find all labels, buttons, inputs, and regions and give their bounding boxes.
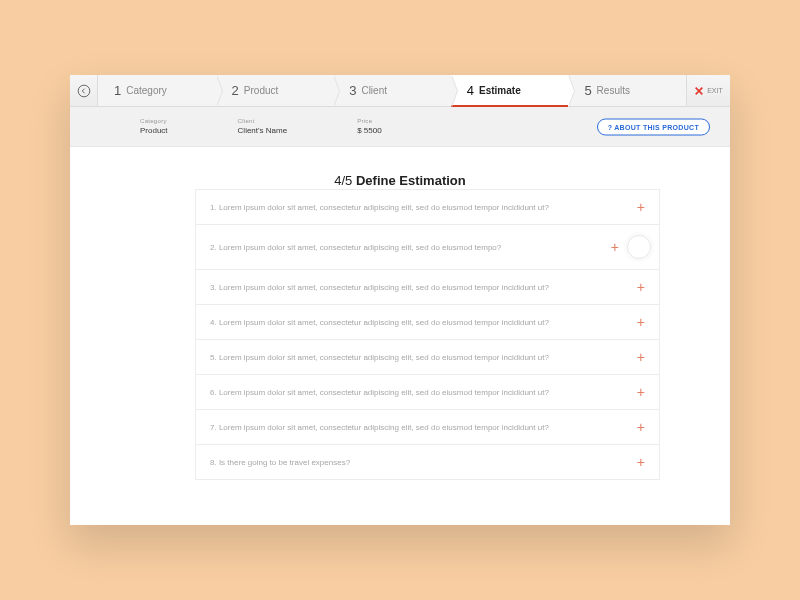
question-text: 1. Lorem ipsum dolor sit amet, consectet… [210, 203, 549, 212]
close-icon [694, 86, 704, 96]
plus-icon: + [637, 315, 645, 329]
step-number: 2 [232, 83, 239, 98]
stepper-bar: 1 Category 2 Product 3 Client 4 Estimate… [70, 75, 730, 107]
main-panel: 4/5 Define Estimation 1. Lorem ipsum dol… [70, 147, 730, 525]
question-text: 5. Lorem ipsum dolor sit amet, consectet… [210, 353, 549, 362]
about-product-button[interactable]: ? ABOUT THIS PRODUCT [597, 118, 710, 135]
question-row[interactable]: 6. Lorem ipsum dolor sit amet, consectet… [195, 375, 660, 410]
plus-icon: + [611, 240, 619, 254]
title-text: Define Estimation [356, 173, 466, 188]
plus-icon: + [637, 385, 645, 399]
plus-icon: + [637, 420, 645, 434]
plus-icon: + [637, 280, 645, 294]
question-row[interactable]: 2. Lorem ipsum dolor sit amet, consectet… [195, 225, 660, 270]
summary-bar: Category Product Client Client's Name Pr… [70, 107, 730, 147]
app-window: 1 Category 2 Product 3 Client 4 Estimate… [70, 75, 730, 525]
summary-price: Price $ 5500 [357, 118, 381, 135]
step-number: 3 [349, 83, 356, 98]
summary-category: Category Product [140, 118, 168, 135]
plus-icon: + [637, 455, 645, 469]
summary-key: Client [238, 118, 288, 124]
question-row[interactable]: 7. Lorem ipsum dolor sit amet, consectet… [195, 410, 660, 445]
question-text: 8. Is there going to be travel expenses? [210, 458, 350, 467]
step-number: 5 [584, 83, 591, 98]
exit-label: EXIT [707, 87, 723, 94]
ripple-indicator [627, 235, 651, 259]
question-row[interactable]: 4. Lorem ipsum dolor sit amet, consectet… [195, 305, 660, 340]
summary-key: Category [140, 118, 168, 124]
arrow-left-icon [77, 84, 91, 98]
step-number: 1 [114, 83, 121, 98]
plus-icon: + [637, 200, 645, 214]
step-category[interactable]: 1 Category [98, 75, 216, 106]
step-label: Results [597, 85, 630, 96]
question-list: 1. Lorem ipsum dolor sit amet, consectet… [195, 189, 660, 480]
question-text: 6. Lorem ipsum dolor sit amet, consectet… [210, 388, 549, 397]
summary-key: Price [357, 118, 381, 124]
summary-value: Client's Name [238, 126, 288, 135]
step-product[interactable]: 2 Product [216, 75, 334, 106]
page-title: 4/5 Define Estimation [70, 173, 730, 188]
question-text: 2. Lorem ipsum dolor sit amet, consectet… [210, 243, 501, 252]
svg-point-0 [78, 85, 90, 97]
summary-value: $ 5500 [357, 126, 381, 135]
step-client[interactable]: 3 Client [333, 75, 451, 106]
question-row[interactable]: 3. Lorem ipsum dolor sit amet, consectet… [195, 270, 660, 305]
step-label: Estimate [479, 85, 521, 96]
question-text: 7. Lorem ipsum dolor sit amet, consectet… [210, 423, 549, 432]
summary-value: Product [140, 126, 168, 135]
step-label: Product [244, 85, 278, 96]
step-label: Category [126, 85, 167, 96]
summary-client: Client Client's Name [238, 118, 288, 135]
chevron-right-icon [216, 75, 222, 107]
question-row[interactable]: 5. Lorem ipsum dolor sit amet, consectet… [195, 340, 660, 375]
question-row[interactable]: 8. Is there going to be travel expenses?… [195, 445, 660, 480]
title-prefix: 4/5 [334, 173, 356, 188]
plus-icon: + [637, 350, 645, 364]
question-row[interactable]: 1. Lorem ipsum dolor sit amet, consectet… [195, 189, 660, 225]
question-text: 4. Lorem ipsum dolor sit amet, consectet… [210, 318, 549, 327]
chevron-right-icon [333, 75, 339, 107]
chevron-right-icon [568, 75, 574, 107]
back-button[interactable] [70, 75, 98, 106]
step-number: 4 [467, 83, 474, 98]
exit-button[interactable]: EXIT [686, 75, 730, 106]
step-label: Client [361, 85, 387, 96]
step-estimate[interactable]: 4 Estimate [451, 75, 569, 106]
chevron-right-icon [451, 75, 457, 107]
step-results[interactable]: 5 Results [568, 75, 686, 106]
question-text: 3. Lorem ipsum dolor sit amet, consectet… [210, 283, 549, 292]
